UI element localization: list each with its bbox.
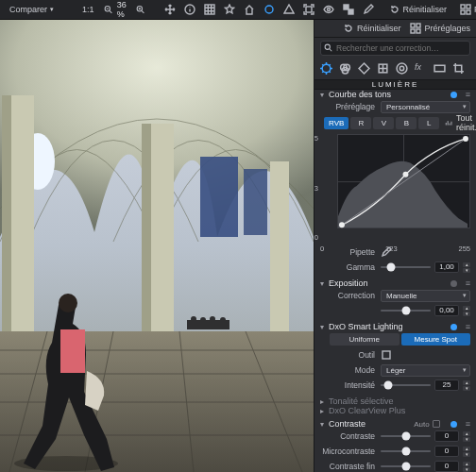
correction-dropdown[interactable]: Manuelle: [381, 290, 470, 302]
contrast-row-label: Contraste: [320, 431, 375, 441]
svg-rect-33: [416, 29, 420, 33]
inactive-dot[interactable]: [450, 280, 457, 287]
gamma-value[interactable]: 1,00: [434, 261, 459, 273]
channel-rvb[interactable]: RVB: [324, 117, 348, 129]
light-tab-icon[interactable]: [320, 62, 332, 75]
info-icon[interactable]: [184, 4, 196, 15]
detail-tab-icon[interactable]: [358, 62, 370, 75]
contrast-value[interactable]: 0: [434, 446, 459, 457]
auto-checkbox[interactable]: [433, 420, 440, 428]
crop-tab-icon[interactable]: [452, 62, 465, 75]
contrast-stepper[interactable]: ▴▾: [463, 447, 470, 457]
warning-icon[interactable]: [283, 4, 295, 15]
presets-panel-button[interactable]: Préréglages: [410, 23, 470, 34]
chevron-down-icon: ▾: [320, 420, 324, 429]
star-icon[interactable]: [224, 4, 235, 15]
group-tone-curve[interactable]: ▾ Courbe des tons ≡: [314, 90, 476, 99]
active-dot[interactable]: [450, 421, 457, 428]
reset-panel-button[interactable]: Réinitialiser: [343, 23, 401, 34]
group-exposure[interactable]: ▾ Exposition ≡: [314, 278, 476, 288]
svg-point-48: [463, 136, 468, 142]
contrast-value[interactable]: 0: [434, 430, 459, 442]
presets-button[interactable]: Préréglages: [456, 2, 476, 17]
image-preview[interactable]: [0, 20, 314, 472]
contrast-slider[interactable]: [381, 447, 431, 456]
eye-icon[interactable]: [323, 4, 334, 15]
grid-icon[interactable]: [204, 4, 215, 15]
contrast-stepper[interactable]: ▴▾: [463, 431, 470, 442]
group-clearview[interactable]: ▸ DxO ClearView Plus: [314, 406, 476, 415]
zoom-percent[interactable]: 36 %: [117, 0, 132, 19]
active-dot[interactable]: [450, 92, 457, 98]
active-dot[interactable]: [450, 324, 457, 330]
correction-label: Correction: [320, 291, 375, 300]
channel-v[interactable]: V: [373, 117, 394, 129]
contrast-slider[interactable]: [381, 431, 431, 441]
chevron-down-icon: ▾: [320, 279, 324, 288]
group-menu-icon[interactable]: ≡: [466, 322, 470, 331]
compare-button[interactable]: Comparer ▾: [6, 3, 58, 16]
checker-icon[interactable]: [343, 4, 354, 15]
group-contrast[interactable]: ▾ Contraste Auto ≡: [314, 419, 476, 429]
svg-line-45: [342, 139, 466, 225]
mask-icon[interactable]: [264, 4, 275, 15]
channel-r[interactable]: R: [350, 117, 371, 129]
channel-l[interactable]: L: [418, 117, 439, 129]
local-tab-icon[interactable]: [396, 62, 408, 75]
fx-tab-icon[interactable]: fx: [415, 62, 427, 75]
reset-button[interactable]: Réinitialiser: [385, 2, 451, 17]
right-panel: Réinitialiser Préréglages fx LUMIÈRE ▾: [314, 20, 476, 472]
histogram-icon[interactable]: [445, 117, 452, 128]
mode-uniform[interactable]: Uniforme: [330, 333, 400, 346]
svg-point-40: [400, 66, 403, 70]
search-input[interactable]: [320, 41, 470, 56]
main-area: Réinitialiser Préréglages fx LUMIÈRE ▾: [0, 20, 476, 472]
one-to-one-button[interactable]: 1:1: [78, 3, 98, 16]
intensity-value[interactable]: 25: [434, 379, 459, 391]
preset-dropdown[interactable]: Personnalisé: [381, 101, 470, 113]
exposure-value[interactable]: 0,00: [434, 305, 459, 316]
home-icon[interactable]: [244, 4, 255, 15]
gamma-label: Gamma: [320, 262, 375, 272]
svg-rect-32: [411, 29, 415, 33]
reset-all-button[interactable]: Tout réinit.: [456, 113, 476, 132]
reset-icon: [389, 4, 400, 15]
group-menu-icon[interactable]: ≡: [466, 419, 470, 429]
exposure-stepper[interactable]: ▴▾: [463, 306, 470, 316]
contrast-value[interactable]: 0: [434, 461, 459, 472]
intensity-label: Intensité: [320, 380, 375, 390]
chevron-down-icon: ▾: [320, 323, 324, 331]
smart-mode-dropdown[interactable]: Léger: [381, 364, 470, 377]
tone-curve-editor[interactable]: 255 123 0 0: [320, 134, 470, 242]
contrast-slider[interactable]: [381, 462, 431, 471]
face-tool-icon[interactable]: [381, 349, 392, 361]
svg-rect-12: [461, 10, 465, 14]
group-selective-tone[interactable]: ▸ Tonalité sélective: [314, 396, 476, 406]
group-menu-icon[interactable]: ≡: [466, 90, 470, 99]
geometry-tab-icon[interactable]: [377, 62, 389, 75]
color-tab-icon[interactable]: [339, 62, 351, 75]
presets-icon: [460, 4, 471, 15]
focus-icon[interactable]: [303, 4, 314, 15]
contrast-stepper[interactable]: ▴▾: [463, 462, 470, 472]
zoom-out-icon[interactable]: [104, 4, 112, 15]
tool-label: Outil: [320, 350, 375, 360]
gamma-stepper[interactable]: ▴▾: [463, 262, 470, 273]
svg-point-47: [402, 172, 408, 177]
gamma-slider[interactable]: [381, 262, 431, 272]
section-lumiere: LUMIÈRE: [314, 79, 476, 90]
zoom-in-icon[interactable]: [136, 4, 144, 15]
watermark-tab-icon[interactable]: [434, 62, 446, 75]
picker-icon[interactable]: [363, 4, 374, 15]
mode-spot[interactable]: Mesure Spot: [401, 333, 471, 346]
intensity-stepper[interactable]: ▴▾: [463, 380, 470, 391]
svg-rect-13: [467, 10, 470, 14]
panel-tool-strip: fx: [314, 59, 476, 79]
intensity-slider[interactable]: [381, 380, 431, 390]
move-tool-icon[interactable]: [164, 4, 176, 15]
group-menu-icon[interactable]: ≡: [466, 278, 470, 288]
channel-b[interactable]: B: [396, 117, 416, 129]
group-smart-lighting[interactable]: ▾ DxO Smart Lighting ≡: [314, 322, 476, 331]
exposure-slider[interactable]: [381, 306, 431, 315]
svg-point-29: [59, 294, 77, 312]
